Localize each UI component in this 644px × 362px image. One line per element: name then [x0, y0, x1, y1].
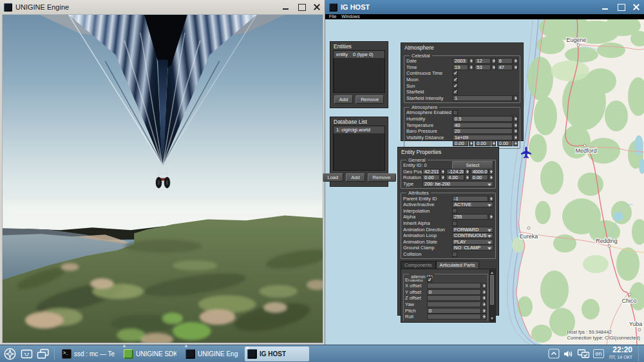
articulated-parts-list[interactable]: aileron (1) Enabled X offset Y offset 0 …: [401, 269, 496, 323]
spinner[interactable]: [440, 175, 445, 180]
show-desktop-button[interactable]: [638, 347, 641, 361]
rotation-z-field[interactable]: 0.00: [471, 175, 488, 180]
geo-lat-field[interactable]: 42.2117: [422, 169, 440, 175]
x-offset-field[interactable]: [427, 283, 481, 289]
starfield-intensity-field[interactable]: 1: [453, 95, 513, 101]
maximize-icon[interactable]: [298, 3, 305, 11]
ground-clamp-dropdown[interactable]: NO_CLAMP: [452, 245, 493, 251]
starfield-checkbox[interactable]: [453, 90, 458, 95]
roll-field[interactable]: [427, 314, 481, 319]
geo-alt-field[interactable]: 4000.00: [471, 169, 488, 175]
task-unigine-sdk-browser[interactable]: UNIGINE SDK Br...: [121, 347, 179, 361]
wind-z-field[interactable]: 0.00: [497, 140, 513, 146]
unigine-3d-viewport[interactable]: [2, 14, 323, 343]
baro-pressure-field[interactable]: 20: [453, 128, 513, 134]
spinner[interactable]: [513, 64, 518, 70]
spinner[interactable]: [482, 295, 486, 301]
app-launcher-button[interactable]: [1, 347, 18, 361]
yaw-field[interactable]: [427, 301, 481, 307]
z-offset-field[interactable]: [427, 295, 481, 301]
spinner[interactable]: [440, 169, 445, 175]
entities-remove-button[interactable]: Remove: [355, 95, 384, 104]
volume-button[interactable]: [563, 349, 574, 359]
time-minute-field[interactable]: 53: [475, 64, 490, 70]
tab-components[interactable]: Components: [401, 261, 436, 269]
continuous-time-checkbox[interactable]: [453, 71, 458, 76]
spinner[interactable]: [489, 175, 493, 180]
alpha-field[interactable]: 255: [452, 214, 488, 220]
database-list-item[interactable]: 1: cigi/cigi.world: [334, 126, 384, 133]
window-list-button[interactable]: [35, 347, 52, 361]
temperature-field[interactable]: 40: [453, 122, 513, 128]
parent-entity-field[interactable]: -1: [452, 196, 488, 202]
spinner[interactable]: [489, 169, 493, 175]
database-list[interactable]: 1: cigi/cigi.world: [333, 126, 385, 171]
wind-y-field[interactable]: 0.00: [475, 140, 490, 146]
entities-add-button[interactable]: Add: [334, 95, 353, 104]
geo-lon-field[interactable]: -124.283: [446, 169, 464, 175]
spinner[interactable]: [465, 175, 469, 180]
ig-host-titlebar[interactable]: IG HOST: [325, 0, 644, 14]
moon-checkbox[interactable]: [453, 77, 458, 82]
type-dropdown[interactable]: 200: be-200: [422, 181, 493, 187]
menu-file[interactable]: File: [329, 14, 336, 19]
task-terminal[interactable]: ssd : mc — Tep...: [59, 347, 117, 361]
spinner[interactable]: [491, 140, 496, 146]
rotation-x-field[interactable]: 0.00: [422, 175, 440, 180]
spinner[interactable]: [489, 196, 493, 202]
active-dropdown[interactable]: ACTIVE: [452, 202, 493, 207]
entities-list[interactable]: entity 0 (type 0): [333, 50, 385, 93]
date-month-field[interactable]: 12: [475, 58, 490, 64]
y-offset-field[interactable]: 0: [427, 289, 481, 295]
task-ig-host[interactable]: IG HOST: [245, 347, 309, 361]
scrollbar[interactable]: [489, 270, 495, 321]
time-second-field[interactable]: 47: [497, 64, 513, 70]
visibility-distance-field[interactable]: 1e+09: [453, 135, 513, 140]
spinner[interactable]: [513, 140, 518, 146]
spinner[interactable]: [513, 58, 518, 64]
spinner[interactable]: [513, 128, 518, 134]
spinner[interactable]: [513, 95, 518, 101]
maximize-icon[interactable]: [617, 3, 625, 11]
animation-loop-dropdown[interactable]: CONTINUOUS: [452, 233, 493, 238]
database-add-button[interactable]: Add: [346, 173, 365, 182]
tray-expand-button[interactable]: [548, 348, 560, 359]
date-year-field[interactable]: 2003: [453, 58, 468, 64]
spinner[interactable]: [482, 283, 486, 289]
menu-windows[interactable]: Windows: [341, 14, 359, 19]
sun-checkbox[interactable]: [453, 83, 458, 88]
tab-articulated-parts[interactable]: Articulated Parts: [436, 261, 479, 269]
unigine-titlebar[interactable]: UNIGINE Engine: [0, 0, 325, 14]
spinner[interactable]: [482, 308, 486, 314]
minimize-icon[interactable]: [282, 3, 290, 11]
file-manager-button[interactable]: [18, 347, 35, 361]
spinner[interactable]: [469, 64, 473, 70]
inherit-alpha-checkbox[interactable]: [452, 221, 457, 226]
spinner[interactable]: [513, 135, 518, 140]
spinner[interactable]: [482, 301, 486, 307]
animation-state-dropdown[interactable]: PLAY: [452, 239, 493, 245]
spinner[interactable]: [491, 58, 496, 64]
database-remove-button[interactable]: Remove: [368, 173, 396, 182]
spinner[interactable]: [469, 140, 473, 146]
enabled-checkbox[interactable]: [427, 277, 432, 282]
humidity-field[interactable]: 0.5: [453, 116, 513, 122]
clock[interactable]: 22:20 ПТ, 14 ОКТ: [609, 347, 632, 361]
spinner[interactable]: [513, 116, 518, 122]
interpolation-checkbox[interactable]: [452, 208, 457, 213]
spinner[interactable]: [482, 314, 486, 319]
date-day-field[interactable]: 6: [497, 58, 513, 64]
scrollbar-thumb[interactable]: [490, 275, 494, 304]
spinner[interactable]: [489, 214, 493, 220]
minimize-icon[interactable]: [601, 3, 609, 11]
database-load-button[interactable]: Load: [323, 173, 344, 182]
spinner[interactable]: [491, 64, 496, 70]
keyboard-layout-indicator[interactable]: en: [593, 349, 604, 358]
entities-list-item[interactable]: entity 0 (type 0): [334, 51, 384, 58]
spinner[interactable]: [513, 122, 518, 128]
spinner[interactable]: [465, 169, 469, 175]
collision-checkbox[interactable]: [452, 252, 457, 257]
wind-x-field[interactable]: 0.00: [453, 140, 468, 146]
atmosphere-enabled-checkbox[interactable]: [453, 110, 458, 115]
animation-direction-dropdown[interactable]: FORWARD: [452, 227, 493, 233]
